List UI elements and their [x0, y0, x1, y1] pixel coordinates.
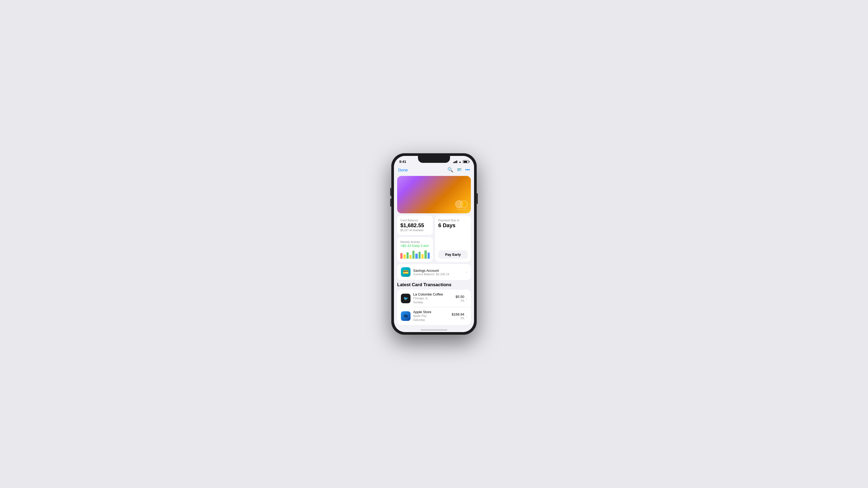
chart-bar	[418, 252, 421, 259]
transactions-title: Latest Card Transactions	[397, 282, 471, 288]
wifi-icon: ▲	[459, 160, 462, 163]
notch	[418, 156, 450, 163]
payment-label: Payment Due In	[438, 219, 468, 222]
savings-chevron-icon: ›	[466, 270, 467, 274]
savings-icon: 💳	[401, 267, 410, 277]
transaction-right: $5.50 2%	[456, 295, 464, 302]
chart-bar	[400, 253, 402, 259]
pay-early-button[interactable]: Pay Early	[438, 251, 468, 259]
transaction-item[interactable]: 🐦 La Colombe Coffee Chicago, ILSunday $5…	[397, 290, 471, 307]
la-colombe-icon: 🐦	[401, 294, 410, 303]
chart-bar	[415, 254, 417, 259]
home-indicator	[394, 327, 474, 332]
card-icon[interactable]: 🪪	[457, 168, 462, 172]
savings-balance: Current Balance: $2,106.19	[413, 272, 449, 276]
balance-card: Card Balance $1,682.55 $8,317.45 Availab…	[397, 216, 433, 235]
apple-store-icon: 🛍	[401, 311, 410, 321]
status-icons: ▲	[453, 160, 469, 163]
transaction-cashback: 2%	[460, 299, 464, 302]
savings-info: Savings Account Current Balance: $2,106.…	[413, 268, 449, 276]
payment-value: 6 Days	[438, 222, 468, 229]
volume-up-button	[390, 188, 391, 196]
transactions-card: 🐦 La Colombe Coffee Chicago, ILSunday $5…	[397, 290, 471, 325]
apple-card: mastercard	[397, 176, 471, 213]
transaction-item[interactable]: 🛍 Apple Store Apple PaySaturday $168.94 …	[397, 307, 471, 325]
payment-card: Payment Due In 6 Days Pay Early	[435, 216, 471, 262]
chart-bar	[422, 254, 424, 259]
savings-left: 💳 Savings Account Current Balance: $2,10…	[401, 267, 449, 277]
chart-bar	[403, 254, 405, 259]
phone-frame: 9:41 ▲ Done 🔍 🪪	[391, 153, 477, 335]
transaction-detail: Apple PaySaturday	[413, 314, 452, 322]
chart-bar	[424, 251, 427, 259]
weekly-cash: +$5.43 Daily Cash	[400, 244, 430, 248]
mastercard-logo: mastercard	[455, 200, 468, 210]
signal-icon	[453, 160, 457, 163]
nav-icons: 🔍 🪪 •••	[447, 167, 470, 173]
transaction-name: La Colombe Coffee	[413, 292, 456, 296]
chart-bar	[412, 251, 414, 259]
mastercard-circles	[455, 200, 468, 208]
search-icon[interactable]: 🔍	[447, 167, 453, 173]
nav-bar: Done 🔍 🪪 •••	[394, 165, 474, 174]
transaction-info: Apple Store Apple PaySaturday	[413, 310, 452, 322]
transaction-cashback: 3%	[460, 317, 464, 320]
battery-icon	[463, 160, 469, 163]
more-icon[interactable]: •••	[465, 167, 470, 172]
balance-label: Card Balance	[400, 219, 430, 222]
transaction-amount: $5.50	[456, 295, 464, 299]
savings-title: Savings Account	[413, 268, 449, 272]
done-button[interactable]: Done	[398, 168, 408, 172]
power-button	[477, 193, 478, 204]
transaction-chevron-icon: ›	[466, 296, 467, 301]
savings-card[interactable]: 💳 Savings Account Current Balance: $2,10…	[397, 264, 471, 280]
balance-value: $1,682.55	[400, 222, 430, 228]
savings-section: 💳 Savings Account Current Balance: $2,10…	[397, 264, 471, 280]
phone-screen: 9:41 ▲ Done 🔍 🪪	[394, 156, 474, 332]
chart-bar	[428, 253, 430, 259]
mastercard-text: mastercard	[457, 208, 466, 210]
activity-chart	[400, 249, 430, 259]
transaction-info: La Colombe Coffee Chicago, ILSunday	[413, 292, 456, 304]
battery-fill	[464, 161, 467, 163]
transaction-amount: $168.94	[452, 312, 464, 316]
info-grid: Card Balance $1,682.55 $8,317.45 Availab…	[397, 216, 471, 262]
volume-down-button	[390, 199, 391, 207]
balance-available: $8,317.45 Available	[400, 229, 430, 232]
chart-bar	[409, 255, 411, 259]
card-section: mastercard	[397, 176, 471, 213]
transaction-right: $168.94 3%	[452, 312, 464, 320]
scroll-content[interactable]: Done 🔍 🪪 ••• mastercard	[394, 165, 474, 327]
transaction-detail: Chicago, ILSunday	[413, 296, 456, 304]
transaction-chevron-icon: ›	[466, 314, 467, 318]
weekly-card: Weekly Activity +$5.43 Daily Cash	[397, 237, 433, 262]
transactions-section: Latest Card Transactions 🐦 La Colombe Co…	[397, 282, 471, 325]
status-time: 9:41	[399, 160, 406, 164]
weekly-label: Weekly Activity	[400, 240, 430, 243]
transaction-name: Apple Store	[413, 310, 452, 314]
chart-bar	[406, 252, 409, 259]
home-bar	[421, 329, 447, 330]
